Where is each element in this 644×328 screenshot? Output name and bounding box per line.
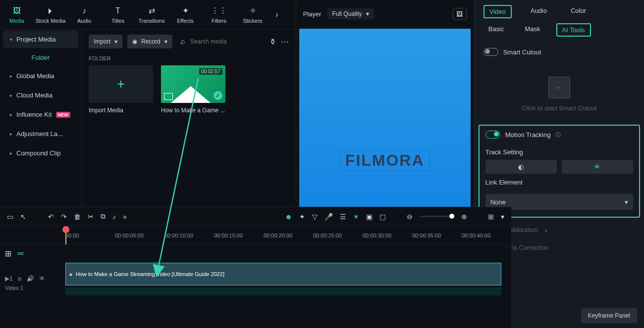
nav-transitions[interactable]: ⇄ Transitions [135,0,168,30]
video-track-icon[interactable]: ▶1 [5,275,13,282]
delete-icon[interactable]: 🗑 [74,213,81,221]
rect-icon[interactable]: ▢ [379,213,386,221]
nav-titles[interactable]: T Titles [101,0,135,30]
stickers-icon: ✧ [248,6,258,16]
nav-scroll-right[interactable]: › [269,0,284,30]
effects-icon: ✦ [180,6,190,16]
filter-icon[interactable]: ⚱ [269,37,276,47]
sidebar-global-media[interactable]: ▸ Global Media [3,67,78,85]
media-clip-tile[interactable]: 00:02:57 ✓ How to Make a Game ... [161,65,225,114]
zoom-in-icon[interactable]: ⊕ [461,213,467,221]
music-icon[interactable]: ♪ [112,213,116,221]
link-element-label: Link Element [480,174,639,190]
playhead-handle[interactable] [62,226,69,233]
track-mode-b-button[interactable]: 👁 [562,160,633,174]
timeline-clip[interactable]: ▸ How to Make a Game Streaming Video [Ul… [65,263,501,285]
snapshot-icon[interactable]: 🖼 [453,8,467,20]
tab-audio[interactable]: Audio [526,5,552,18]
zoom-out-icon[interactable]: ⊖ [407,213,413,221]
nav-stickers[interactable]: ✧ Stickers [236,0,269,30]
import-media-tile[interactable]: + Import Media [89,65,153,114]
nav-stock-media[interactable]: ⏵ Stock Media [34,0,67,30]
nav-label: Titles [111,18,124,24]
tab-color[interactable]: Color [566,5,591,18]
nav-filters[interactable]: ⋮⋮ Filters [202,0,236,30]
shield-icon[interactable]: ▽ [312,213,318,221]
nav-media[interactable]: 🖼 Media [0,0,34,30]
ruler-tick: 00:00:10:00 [164,233,214,238]
search-input[interactable] [190,38,265,45]
redo-icon[interactable]: ↷ [61,213,67,221]
grid-icon[interactable]: ⊞ [488,213,494,221]
nav-audio[interactable]: ♪ Audio [67,0,101,30]
list-icon[interactable]: ☰ [340,213,346,221]
expand-icon[interactable]: » [123,213,127,221]
zoom-slider[interactable] [420,216,454,217]
ruler-tick: 00:00:15:00 [214,233,264,238]
nav-effects[interactable]: ✦ Effects [168,0,202,30]
timeline-toolbar: ▭ ↖ ↶ ↷ 🗑 ✂ ⧉ ♪ » ☻ ✦ ▽ 🎤 ☰ ✶ ▣ ▢ ⊖ ⊕ ⊞ … [0,207,511,226]
stack-icon[interactable]: ▣ [366,213,373,221]
new-badge: NEW [56,112,70,118]
sidebar-folder[interactable]: Folder [0,49,81,66]
thumbnail-graphic [171,86,211,103]
viewport-overlay-text: FILMORA [340,150,430,171]
sparkle-icon[interactable]: ✦ [299,213,305,221]
track-setting-buttons: ◐ 👁 [480,160,639,174]
import-button[interactable]: Import ▾ [89,35,122,48]
visibility-icon[interactable]: 👁 [39,275,45,282]
circle-icon: ◐ [518,163,524,171]
chevron-right-icon: ▸ [10,93,12,98]
timeline-ruler[interactable]: 00:00 00:00:05:00 00:00:10:00 00:00:15:0… [0,226,511,245]
ruler-tick: 00:00:20:00 [264,233,313,238]
ai-face-icon[interactable]: ☻ [285,213,292,221]
transitions-icon: ⇄ [147,6,157,16]
record-dot-icon: ◉ [132,38,137,45]
keyframe-panel-button[interactable]: Keyframe Panel [581,308,637,323]
tab-video[interactable]: Video [483,5,512,18]
sidebar-adjustment-layer[interactable]: ▸ Adjustment La... [3,125,78,142]
link-element-value: None [490,198,506,206]
marker-icon[interactable]: ✶ [353,213,359,221]
mic-icon[interactable]: 🎤 [324,213,333,221]
help-icon[interactable]: ⓘ [555,131,561,139]
ruler-tick: 00:00 [65,233,115,238]
more-icon[interactable]: ⋯ [281,37,289,47]
motion-tracking-section: Motion Tracking ⓘ Track Setting ◐ 👁 Link… [479,125,640,218]
subtab-ai-tools[interactable]: AI Tools [556,23,591,37]
track-setting-label: Track Setting [480,143,639,160]
chevron-right-icon: ▸ [10,112,12,117]
quality-dropdown[interactable]: Full Quality ▾ [327,8,374,19]
nav-label: Stock Media [36,18,66,24]
undo-icon[interactable]: ↶ [48,213,54,221]
sidebar-influence-kit[interactable]: ▸ Influence Kit NEW [3,106,78,123]
inspector-tabs: Video Audio Color [475,0,644,21]
cut-icon[interactable]: ✂ [88,213,94,221]
sidebar-cloud-media[interactable]: ▸ Cloud Media [3,87,78,104]
link-icon[interactable]: ⊞ [5,249,11,258]
dropdown-icon[interactable]: ▾ [501,213,504,221]
sidebar-project-media[interactable]: ▾ Project Media [3,31,78,48]
subtab-basic[interactable]: Basic [483,23,509,37]
subtab-mask[interactable]: Mask [520,23,545,37]
chain-icon[interactable]: ⫘ [16,249,24,258]
motion-tracking-toggle[interactable] [485,131,500,139]
smart-cutout-toggle[interactable] [483,48,498,56]
audio-icon: ♪ [79,6,89,16]
select-tool-icon[interactable]: ▭ [7,213,13,221]
crop-icon[interactable]: ⧉ [101,212,106,221]
sidebar-compound-clip[interactable]: ▸ Compound Clip [3,144,78,162]
chevron-up-icon[interactable]: ▴ [545,227,547,233]
mute-icon[interactable]: 🔊 [27,275,34,282]
track-mode-a-button[interactable]: ◐ [485,160,557,174]
cutout-icon[interactable]: ✂ [548,77,570,98]
sidebar-item-label: Global Media [16,72,54,80]
pointer-tool-icon[interactable]: ↖ [20,213,26,221]
smart-cutout-placeholder: ✂ Click to start Smart Cutout [475,62,644,122]
track-header: ⊞ ⫘ ▶1 ⧈ 🔊 👁 Video 1 [0,245,64,328]
lock-icon[interactable]: ⧈ [18,275,22,282]
titles-icon: T [113,6,123,16]
sidebar-item-label: Project Media [16,36,55,43]
record-button[interactable]: ◉ Record ▾ [127,35,172,48]
timeline-audio-wave[interactable] [65,287,501,295]
